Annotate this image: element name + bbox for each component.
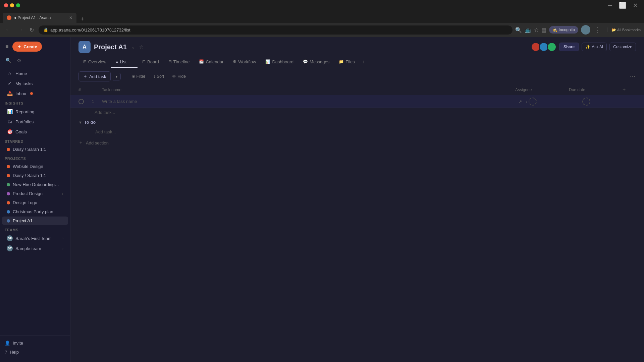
task-arrow-btn[interactable]: › — [525, 99, 529, 105]
sidebar-item-christmas-party[interactable]: Christmas Party plan — [2, 207, 68, 216]
project-dropdown-btn[interactable]: ⌄ — [130, 43, 136, 51]
reload-btn[interactable]: ↻ — [28, 25, 36, 35]
task-name-cell: ↗ › — [102, 98, 529, 105]
traffic-light-max[interactable] — [16, 3, 20, 7]
inbox-icon: 📥 — [7, 91, 13, 96]
task-check[interactable] — [78, 99, 92, 104]
list-icon: ≡ — [116, 59, 118, 64]
sidebar-item-new-hire[interactable]: New Hire Onboarding Ch... — [2, 180, 68, 189]
menu-btn[interactable]: ⋮ — [594, 26, 600, 34]
tab-timeline[interactable]: ⊟ Timeline — [164, 57, 195, 68]
create-btn[interactable]: ＋ Create — [12, 42, 42, 52]
sidebar-item-daisy-sarah[interactable]: Daisy / Sarah 1:1 — [2, 171, 68, 180]
projects-section-title: Projects — [0, 154, 70, 162]
project-dot — [7, 192, 10, 195]
project-dot — [7, 183, 10, 186]
tab-files[interactable]: 📁 Files — [334, 57, 359, 68]
sort-icon: ↕ — [153, 74, 155, 79]
sidebar-item-my-tasks[interactable]: ✓ My tasks — [2, 79, 68, 88]
task-toolbar: ＋ Add task ▼ ⊗ Filter ↕ Sort 👁 Hide ··· — [70, 68, 644, 85]
messages-icon: 💬 — [303, 59, 308, 64]
sidebar-item-project-a1[interactable]: Project A1 — [2, 217, 68, 225]
tab-list[interactable]: ≡ List ··· — [111, 56, 138, 68]
team-arrow-icon: › — [62, 246, 63, 250]
toolbar-divider — [125, 73, 125, 80]
sidebar-item-goals[interactable]: 🎯 Goals — [2, 127, 68, 136]
sidebar-item-reporting[interactable]: 📊 Reporting — [2, 107, 68, 116]
add-task-row[interactable]: Add task... — [70, 108, 644, 117]
tab-overview[interactable]: ⊞ Overview — [78, 57, 111, 68]
traffic-light-min[interactable] — [10, 3, 14, 7]
browser-tab[interactable]: ● Project A1 - Asana ✕ — [3, 13, 76, 23]
calendar-icon: 📅 — [199, 59, 204, 64]
address-bar[interactable]: 🔒 app.asana.com/0/1206178107812732/list — [39, 25, 513, 35]
due-placeholder[interactable] — [582, 98, 590, 106]
sidebar-item-product-design[interactable]: Product Design › — [2, 189, 68, 198]
insights-section-title: Insights — [0, 99, 70, 107]
tab-board[interactable]: ⊡ Board — [138, 57, 164, 68]
bookmark-icon[interactable]: ☆ — [534, 27, 539, 33]
add-task-btn[interactable]: ＋ Add task — [78, 71, 111, 81]
hide-btn[interactable]: 👁 Hide — [169, 73, 189, 80]
toolbar-more-btn[interactable]: ··· — [630, 73, 636, 79]
header-add-col[interactable]: + — [623, 87, 636, 93]
traffic-light-close[interactable] — [4, 3, 8, 7]
avatar-3 — [547, 42, 556, 52]
share-btn[interactable]: Share — [559, 43, 579, 51]
back-btn[interactable]: ← — [3, 25, 13, 34]
assignee-placeholder[interactable] — [529, 98, 537, 106]
search-icon[interactable]: 🔍 — [515, 27, 522, 33]
sidebar-item-sarahs-first-team[interactable]: SF Sarah's First Team › — [2, 234, 68, 243]
sidebar-item-inbox[interactable]: 📥 Inbox — [2, 89, 68, 98]
invite-btn[interactable]: 👤 Invite — [0, 339, 70, 348]
sidebar: ≡ ＋ Create 🔍 ⊙ ⌂ Home ✓ My tasks 📥 Inbox… — [0, 37, 70, 362]
tab-workflow[interactable]: ⚙ Workflow — [228, 57, 261, 68]
main-content: A Project A1 ⌄ ☆ Share ✨ Ask AI — [70, 37, 644, 362]
window-minimize-btn[interactable]: ─ — [606, 1, 614, 10]
filter-btn[interactable]: ⊗ Filter — [129, 73, 148, 80]
tab-close-btn[interactable]: ✕ — [69, 15, 72, 20]
ask-ai-btn[interactable]: ✨ Ask AI — [582, 43, 607, 51]
incognito-btn[interactable]: 🕵 Incognito — [549, 26, 579, 34]
task-expand-btn[interactable]: ↗ — [517, 99, 523, 105]
section-add-task-row[interactable]: Add task... — [70, 127, 644, 136]
profile-btn[interactable] — [581, 25, 590, 35]
hamburger-btn[interactable]: ≡ — [4, 42, 10, 51]
project-star-btn[interactable]: ☆ — [138, 43, 145, 51]
search-icon[interactable]: 🔍 — [4, 56, 12, 64]
add-section-row[interactable]: ＋ Add section — [70, 136, 644, 149]
sidebar-item-starred-daisy[interactable]: Daisy / Sarah 1:1 — [2, 145, 68, 154]
team-avatar: SF — [7, 235, 13, 241]
history-icon[interactable]: ⊙ — [16, 56, 22, 64]
task-circle-btn[interactable] — [78, 99, 84, 104]
sidebar-item-home[interactable]: ⌂ Home — [2, 69, 68, 78]
task-table-header: # Task name Assignee Due date + — [70, 85, 644, 95]
sidebar-item-design-logo[interactable]: Design Logo — [2, 198, 68, 207]
section-header-todo[interactable]: ▼ To do — [70, 117, 644, 127]
header-due-col: Due date — [569, 87, 623, 92]
new-tab-btn[interactable]: + — [78, 16, 87, 23]
forward-btn[interactable]: → — [15, 25, 25, 34]
project-arrow-icon: › — [62, 192, 63, 196]
add-tab-btn[interactable]: + — [360, 58, 368, 66]
sidebar-item-website-design[interactable]: Website Design — [2, 162, 68, 171]
tab-calendar[interactable]: 📅 Calendar — [194, 57, 228, 68]
tab-messages[interactable]: 💬 Messages — [298, 57, 334, 68]
customize-btn[interactable]: Customize — [609, 43, 636, 51]
sidebar-item-sample-team[interactable]: ST Sample team › — [2, 244, 68, 253]
task-name-input[interactable] — [102, 98, 515, 105]
window-maximize-btn[interactable]: ⬜ — [617, 1, 628, 10]
starred-section-title: Starred — [0, 137, 70, 145]
tab-dashboard[interactable]: 📊 Dashboard — [261, 57, 298, 68]
sidebar-icon[interactable]: ▤ — [541, 27, 546, 33]
help-btn[interactable]: ? Help — [0, 348, 70, 357]
window-close-btn[interactable]: ✕ — [631, 1, 640, 10]
tab-title: ● Project A1 - Asana — [14, 15, 66, 20]
portfolios-icon: 🗂 — [7, 119, 13, 124]
cast-icon[interactable]: 📺 — [525, 27, 531, 33]
team-arrow-icon: › — [62, 236, 63, 240]
sort-btn[interactable]: ↕ Sort — [151, 73, 167, 80]
sidebar-item-portfolios[interactable]: 🗂 Portfolios — [2, 117, 68, 126]
project-dot — [7, 148, 10, 151]
add-task-dropdown-btn[interactable]: ▼ — [113, 73, 121, 80]
